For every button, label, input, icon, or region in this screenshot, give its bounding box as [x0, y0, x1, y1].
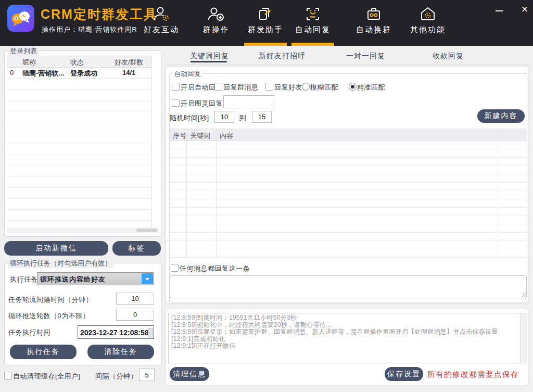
nav-active-underline — [244, 43, 287, 46]
random-to-label: 到 — [239, 113, 247, 123]
table-row-empty — [170, 174, 527, 183]
any-message-reply-checkbox[interactable] — [171, 264, 179, 272]
table-row-empty — [170, 207, 527, 216]
tab-payment-reply[interactable]: 收款回复 — [433, 52, 464, 61]
log-line: [12:9:1]完成初始化 — [171, 336, 519, 343]
turing-reply-label: 开启图灵回复 — [181, 99, 223, 108]
nav-item-mass-send[interactable]: 群发助手 — [243, 4, 288, 46]
auto-clean-cache-label: 自动清理缓存[全用户] — [13, 372, 81, 381]
table-row-empty — [7, 144, 159, 155]
datetime-spinner[interactable] — [148, 328, 153, 337]
app-logo — [7, 5, 34, 32]
random-to-input[interactable] — [252, 111, 272, 123]
chevron-down-icon — [145, 278, 149, 281]
tab-keyword-reply[interactable]: 关键词回复 — [190, 52, 229, 61]
mass-send-icon — [257, 5, 274, 23]
log-line: [12:8:59]温馨提示：如果需要护群、回复群消息、新人进群等，需在群操作里面… — [171, 328, 519, 336]
log-lines: [12:8:59]到期时间：19551天11小时50分3秒[12:8:59]初始… — [171, 314, 519, 350]
random-time-label: 随机时间[秒] — [170, 113, 209, 123]
login-table-hscroll[interactable] — [7, 227, 159, 233]
clear-task-button[interactable]: 清除任务 — [87, 345, 154, 359]
run-task-button[interactable]: 执行任务 — [10, 345, 77, 359]
exact-match-radio[interactable] — [349, 83, 357, 91]
reply-group-msg-label: 回复群消息 — [223, 83, 259, 92]
turing-key-input[interactable] — [223, 95, 274, 108]
turing-reply-checkbox[interactable] — [172, 99, 180, 107]
table-row-empty — [7, 198, 159, 210]
close-icon: × — [522, 3, 528, 16]
keyword-table: 序号 关键词 内容 — [170, 129, 527, 257]
combo-dropdown-button[interactable] — [142, 273, 153, 284]
save-settings-button[interactable]: 保存设置 — [385, 367, 423, 381]
loop-task-group: 循环执行任务（对勾选用户有效） 执行任务 循环推送内容给好友 任务轮流间隔时间（… — [4, 263, 162, 365]
column-header-nickname: 昵称 — [22, 58, 36, 67]
tab-one-to-one-reply[interactable]: 一对一回复 — [346, 52, 385, 61]
auto-reply-group-title: 自动回复 — [172, 69, 203, 79]
rounds-input[interactable] — [116, 309, 154, 321]
table-row-empty — [7, 176, 159, 188]
fuzzy-match-label: 模糊匹配 — [310, 83, 338, 92]
tag-button[interactable]: 标签 — [112, 241, 161, 256]
nav-item-friend-interact[interactable]: 好友互动 — [139, 4, 183, 46]
table-row-empty — [170, 149, 527, 158]
clean-log-button[interactable]: 清理信息 — [170, 367, 209, 381]
reply-friend-checkbox[interactable] — [265, 83, 273, 91]
cache-interval-input[interactable] — [139, 369, 155, 381]
table-row-empty — [7, 187, 159, 199]
column-header-counts: 好友/群数 — [115, 58, 144, 67]
random-from-input[interactable] — [214, 111, 234, 123]
log-line: [12:9:15]正在打开微信 — [171, 343, 519, 350]
nav-item-switch-group[interactable]: 自动换群 — [351, 4, 397, 46]
column-separator — [216, 129, 217, 257]
table-row-empty — [7, 166, 159, 177]
any-message-reply-textarea[interactable] — [170, 275, 527, 298]
active-tab-underline — [191, 61, 227, 62]
loop-task-group-title: 循环执行任务（对勾选用户有效） — [8, 259, 113, 268]
table-row-empty — [170, 191, 527, 199]
reply-group-msg-checkbox[interactable] — [214, 83, 222, 91]
hscroll-thumb[interactable] — [136, 229, 157, 232]
interval-label: 任务轮流间隔时间（分钟） — [8, 295, 93, 305]
nav-item-group-ops[interactable]: 群操作 — [197, 4, 235, 46]
keyword-table-header: 序号 关键词 内容 — [170, 129, 527, 141]
table-row-empty — [170, 157, 527, 166]
auto-clean-cache-checkbox[interactable] — [4, 372, 12, 380]
reply-friend-label: 回复好友 — [274, 83, 302, 92]
minimize-button[interactable] — [492, 4, 506, 17]
table-row-empty — [170, 182, 527, 191]
column-header-status: 状态 — [70, 58, 84, 67]
fuzzy-match-radio[interactable] — [302, 83, 310, 91]
table-row-empty — [170, 166, 527, 174]
group-ops-icon — [207, 5, 225, 23]
table-row-empty — [7, 111, 159, 122]
nav-item-other-features[interactable]: 其他功能 — [405, 4, 451, 46]
exact-match-label: 精准匹配 — [357, 83, 385, 92]
column-header-keyword: 关键词 — [190, 131, 210, 141]
log-vscroll[interactable] — [520, 313, 527, 363]
enable-auto-reply-checkbox[interactable] — [172, 83, 180, 91]
auto-reply-icon — [304, 5, 322, 23]
interval-input[interactable] — [116, 293, 154, 305]
table-row-empty — [170, 141, 527, 149]
log-line: [12:8:59]到期时间：19551天11小时50分3秒 — [171, 314, 519, 322]
exec-time-input[interactable]: 2023-12-27 12:08:58 — [78, 325, 154, 339]
table-row-empty — [170, 241, 527, 249]
exec-time-label: 任务执行时间 — [8, 328, 50, 337]
tab-new-friend-greeting[interactable]: 新好友打招呼 — [259, 52, 306, 61]
auto-reply-card: 自动回复 开启自动回复 回复群消息 回复好友 模糊匹配 精准匹配 开启图灵回复 … — [166, 66, 529, 304]
any-message-reply-label: 任何消息都回复这一条 — [180, 264, 250, 273]
column-separator — [499, 129, 499, 257]
login-table-row[interactable]: 0 猎鹰-营销软... 登录成功 14/1 — [7, 67, 159, 79]
login-table-header: 昵称 状态 好友/群数 — [7, 56, 159, 68]
nav-item-auto-reply[interactable]: 自动回复 — [290, 4, 336, 46]
table-row-empty — [7, 78, 159, 90]
close-button[interactable]: × — [517, 2, 532, 17]
exec-task-select[interactable]: 循环推送内容给好友 — [37, 272, 154, 285]
new-content-button[interactable]: 新建内容 — [477, 109, 525, 123]
minimize-icon — [496, 10, 503, 11]
login-table-vscroll[interactable] — [151, 56, 159, 227]
title-bar: CRM定时群发工具 操作用户：猎鹰-营销软件周R 好友互动 群操作 群发助手 — [0, 0, 533, 46]
table-row-empty — [7, 133, 159, 144]
friend-interact-icon — [153, 5, 170, 23]
start-new-wechat-button[interactable]: 启动新微信 — [4, 241, 108, 256]
